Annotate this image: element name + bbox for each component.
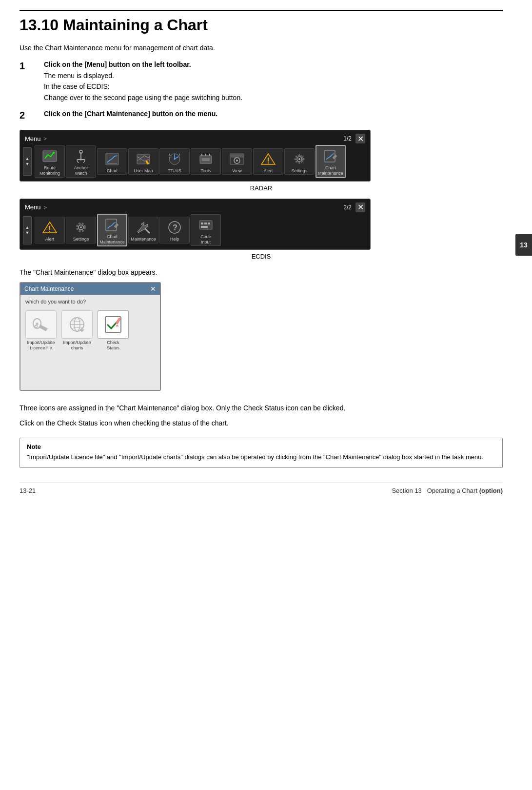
radar-diagram-section: Menu > 1/2 ✕ ▲ ▼ [20, 130, 503, 260]
svg-rect-40 [201, 223, 203, 224]
radar-item-label-chart: Chart [107, 168, 118, 174]
svg-point-33 [80, 226, 82, 228]
svg-rect-39 [199, 221, 212, 229]
svg-rect-41 [204, 223, 207, 224]
radar-item-label-ttais: TT/AIS [168, 168, 181, 174]
radar-item-label-chart-maint: ChartMaintenance [318, 165, 343, 176]
radar-nav-up-down[interactable]: ▲ ▼ [23, 147, 32, 176]
step-2-number: 2 [20, 110, 44, 121]
charts-icon-box [61, 310, 93, 339]
step-2-title: Click on the [Chart Maintenance] button … [44, 110, 503, 118]
ecdis-menu-item-help[interactable]: ? Help [159, 217, 190, 243]
note-text: "Import/Update Licence file" and "Import… [27, 452, 495, 463]
step-2-content: Click on the [Chart Maintenance] button … [44, 110, 503, 120]
radar-menu-item-route-monitoring[interactable]: RouteMonitoring [35, 145, 65, 178]
radar-item-label-settings: Settings [292, 168, 308, 174]
user-map-icon [135, 151, 152, 167]
step-1-desc: The menu is displayed. In the case of EC… [44, 70, 503, 103]
dialog-header: Chart Maintenance ✕ [20, 283, 160, 295]
anchor-watch-icon [72, 148, 90, 164]
chart-maintenance-dialog: Chart Maintenance ✕ which do you want to… [20, 282, 161, 391]
code-input-icon [197, 217, 215, 233]
ecdis-item-label-alert: Alert [45, 237, 55, 242]
chart-maintenance-icon-radar [322, 148, 339, 164]
ecdis-item-label-settings: Settings [73, 237, 89, 242]
check-status-icon-box[interactable] [98, 310, 129, 339]
svg-point-31 [49, 231, 50, 232]
dialog-footer-space [20, 356, 160, 390]
intro-text: Use the Chart Maintenance menu for manag… [20, 44, 503, 52]
radar-menu-item-settings[interactable]: Settings [284, 148, 315, 175]
ecdis-menu-item-maintenance[interactable]: Maintenance [128, 217, 158, 243]
radar-menu-header: Menu > 1/2 ✕ [23, 132, 367, 145]
ecdis-menu-item-settings[interactable]: Settings [66, 217, 96, 243]
radar-item-label-anchor: AnchorWatch [74, 165, 88, 176]
ttais-icon [166, 151, 183, 167]
radar-menu-bar: Menu > 1/2 ✕ ▲ ▼ [20, 130, 371, 182]
radar-item-label-route: RouteMonitoring [39, 165, 60, 176]
svg-rect-43 [201, 226, 208, 228]
page-container: 13.10 Maintaining a Chart Use the Chart … [0, 0, 532, 790]
radar-menu-item-view[interactable]: View [222, 148, 252, 175]
ecdis-menu-item-chart-maintenance[interactable]: ChartMaintenance [97, 214, 127, 247]
dialog-icon-charts: Import/Updatecharts [61, 310, 93, 351]
svg-line-36 [145, 229, 149, 233]
radar-diagram-label: RADAR [20, 184, 503, 192]
radar-icons-row: ▲ ▼ RouteMonitoring [23, 145, 367, 178]
ecdis-diagram-label: ECDIS [20, 253, 503, 260]
ecdis-nav-up-down[interactable]: ▲ ▼ [23, 216, 32, 244]
step-1-line-1: The menu is displayed. [44, 70, 503, 81]
svg-rect-28 [324, 150, 335, 162]
dialogue-label-licence: Import/UpdateLicence file [27, 340, 55, 351]
ecdis-menu-item-code-input[interactable]: CodeInput [191, 214, 221, 246]
body-text-2: Three icons are assigned in the "Chart M… [20, 403, 503, 414]
radar-menu-item-user-map[interactable]: User Map [128, 148, 158, 175]
ecdis-item-label-help: Help [170, 237, 179, 242]
ecdis-alert-icon [41, 219, 59, 236]
ecdis-item-label-maintenance: Maintenance [131, 237, 156, 242]
radar-close-button[interactable]: ✕ [355, 134, 365, 143]
radar-item-label-view: View [232, 168, 241, 174]
svg-marker-54 [116, 324, 119, 326]
ecdis-menu-item-alert[interactable]: Alert [35, 217, 65, 243]
ecdis-menu-bar: Menu > 2/2 ✕ ▲ ▼ [20, 199, 371, 250]
svg-point-12 [174, 158, 176, 160]
ecdis-menu-header: Menu > 2/2 ✕ [23, 201, 367, 214]
page-footer: 13-21 Section 13 Operating a Chart (opti… [20, 483, 503, 494]
footer-page-num: 13-21 [20, 487, 36, 494]
chart-icon [103, 151, 121, 167]
licence-icon-box [25, 310, 57, 339]
dialog-icons-row: Import/UpdateLicence file Import/Updatec [20, 306, 160, 356]
radar-menu-item-chart[interactable]: Chart [97, 148, 127, 175]
ecdis-close-button[interactable]: ✕ [355, 203, 365, 212]
radar-menu-item-tools[interactable]: Tools [191, 148, 221, 175]
dialog-title: Chart Maintenance [24, 285, 74, 292]
radar-menu-item-anchor-watch[interactable]: AnchorWatch [66, 145, 96, 178]
step-1-content: Click on the [Menu] button on the left t… [44, 61, 503, 103]
ecdis-item-label-chart-maint: ChartMaintenance [99, 234, 125, 245]
note-title: Note [27, 443, 495, 450]
help-icon: ? [166, 219, 183, 236]
svg-point-24 [268, 162, 269, 163]
svg-rect-19 [230, 154, 244, 158]
ecdis-settings-icon [72, 219, 90, 236]
tools-icon [197, 151, 215, 167]
radar-item-label-tools: Tools [200, 168, 211, 174]
step-1-title: Click on the [Menu] button on the left t… [44, 61, 503, 68]
radar-menu-item-ttais[interactable]: TT/AIS [159, 148, 190, 175]
svg-point-47 [35, 325, 38, 328]
dialog-icon-check-status[interactable]: CheckStatus [98, 310, 129, 351]
dialog-close-button[interactable]: ✕ [150, 285, 156, 293]
step-1-number: 1 [20, 61, 44, 72]
step-1: 1 Click on the [Menu] button on the left… [20, 61, 503, 103]
dialog-icon-licence: Import/UpdateLicence file [25, 310, 57, 351]
radar-menu-title: Menu > [25, 135, 47, 142]
ecdis-item-label-code-input: CodeInput [200, 234, 211, 245]
svg-rect-35 [106, 219, 117, 231]
settings-icon [291, 151, 308, 167]
ecdis-page-indicator: 2/2 [343, 204, 352, 211]
radar-item-label-alert: Alert [264, 168, 273, 174]
svg-point-26 [298, 158, 300, 160]
radar-menu-item-alert[interactable]: Alert [253, 148, 283, 175]
radar-menu-item-chart-maintenance[interactable]: ChartMaintenance [315, 145, 346, 178]
